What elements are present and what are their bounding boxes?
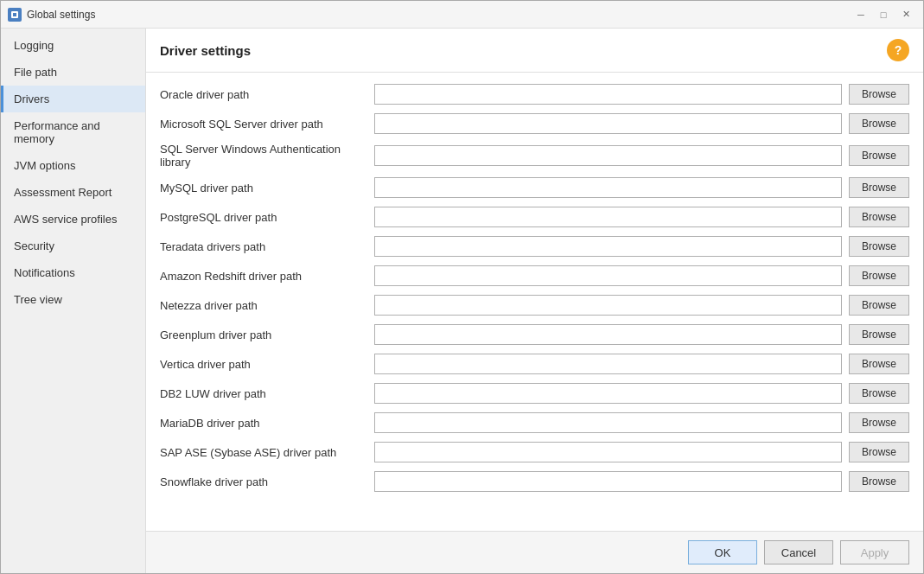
help-icon[interactable]: ?: [887, 39, 909, 61]
driver-list: Oracle driver pathBrowseMicrosoft SQL Se…: [146, 73, 923, 531]
browse-button-sql-windows-auth[interactable]: Browse: [849, 145, 909, 166]
browse-button-mssql[interactable]: Browse: [849, 113, 909, 134]
ok-button[interactable]: OK: [688, 540, 757, 564]
sidebar-item-file-path[interactable]: File path: [1, 59, 145, 86]
driver-label-teradata: Teradata drivers path: [160, 240, 367, 253]
driver-row: Vertica driver pathBrowse: [160, 349, 909, 379]
driver-row: MySQL driver pathBrowse: [160, 173, 909, 202]
driver-input-oracle[interactable]: [374, 84, 842, 105]
browse-button-netezza[interactable]: Browse: [849, 295, 909, 316]
driver-input-greenplum[interactable]: [374, 324, 842, 345]
driver-input-mariadb[interactable]: [374, 412, 842, 433]
sidebar-item-tree-view[interactable]: Tree view: [1, 286, 145, 313]
browse-button-teradata[interactable]: Browse: [849, 236, 909, 257]
browse-button-sapase[interactable]: Browse: [849, 442, 909, 462]
driver-label-netezza: Netezza driver path: [160, 299, 367, 312]
driver-row: PostgreSQL driver pathBrowse: [160, 202, 909, 232]
svg-rect-2: [13, 13, 16, 16]
panel-title: Driver settings: [160, 43, 251, 58]
driver-row: Snowflake driver pathBrowse: [160, 467, 909, 496]
browse-button-mariadb[interactable]: Browse: [849, 412, 909, 433]
driver-row: Teradata drivers pathBrowse: [160, 232, 909, 261]
driver-label-db2luw: DB2 LUW driver path: [160, 387, 367, 400]
sidebar-item-security[interactable]: Security: [1, 233, 145, 259]
browse-button-oracle[interactable]: Browse: [849, 84, 909, 105]
close-button[interactable]: ✕: [895, 6, 916, 23]
driver-row: SQL Server Windows Authentication librar…: [160, 138, 909, 173]
sidebar-item-notifications[interactable]: Notifications: [1, 259, 145, 286]
driver-input-postgresql[interactable]: [374, 207, 842, 227]
driver-row: Microsoft SQL Server driver pathBrowse: [160, 109, 909, 138]
driver-row: Oracle driver pathBrowse: [160, 80, 909, 109]
browse-button-mysql[interactable]: Browse: [849, 177, 909, 198]
driver-label-greenplum: Greenplum driver path: [160, 328, 367, 341]
driver-row: Netezza driver pathBrowse: [160, 290, 909, 320]
driver-input-snowflake[interactable]: [374, 471, 842, 492]
driver-label-postgresql: PostgreSQL driver path: [160, 211, 367, 224]
driver-label-oracle: Oracle driver path: [160, 88, 367, 101]
panel-header: Driver settings ?: [146, 29, 923, 73]
driver-row: Amazon Redshift driver pathBrowse: [160, 261, 909, 290]
sidebar-item-performance-and-memory[interactable]: Performance and memory: [1, 112, 145, 152]
cancel-button[interactable]: Cancel: [764, 540, 833, 564]
window-controls: ─ □ ✕: [851, 6, 916, 23]
browse-button-postgresql[interactable]: Browse: [849, 207, 909, 227]
driver-label-mssql: Microsoft SQL Server driver path: [160, 118, 367, 131]
content-area: LoggingFile pathDriversPerformance and m…: [1, 29, 923, 573]
browse-button-vertica[interactable]: Browse: [849, 354, 909, 374]
browse-button-greenplum[interactable]: Browse: [849, 324, 909, 345]
driver-row: MariaDB driver pathBrowse: [160, 408, 909, 437]
app-icon: [8, 8, 22, 22]
driver-input-vertica[interactable]: [374, 354, 842, 374]
titlebar: Global settings ─ □ ✕: [1, 1, 923, 29]
driver-label-vertica: Vertica driver path: [160, 358, 367, 371]
browse-button-redshift[interactable]: Browse: [849, 265, 909, 286]
driver-label-redshift: Amazon Redshift driver path: [160, 270, 367, 283]
driver-label-sapase: SAP ASE (Sybase ASE) driver path: [160, 446, 367, 459]
driver-input-sql-windows-auth[interactable]: [374, 145, 842, 166]
sidebar-item-jvm-options[interactable]: JVM options: [1, 152, 145, 179]
sidebar-item-logging[interactable]: Logging: [1, 32, 145, 59]
minimize-button[interactable]: ─: [851, 6, 871, 23]
sidebar-item-aws-service-profiles[interactable]: AWS service profiles: [1, 206, 145, 233]
driver-label-sql-windows-auth: SQL Server Windows Authentication librar…: [160, 143, 367, 169]
driver-row: Greenplum driver pathBrowse: [160, 320, 909, 349]
driver-label-mysql: MySQL driver path: [160, 182, 367, 195]
footer: OK Cancel Apply: [146, 531, 923, 573]
window-title: Global settings: [27, 9, 851, 21]
apply-button[interactable]: Apply: [840, 540, 909, 564]
sidebar-item-assessment-report[interactable]: Assessment Report: [1, 179, 145, 206]
driver-label-snowflake: Snowflake driver path: [160, 475, 367, 488]
browse-button-db2luw[interactable]: Browse: [849, 383, 909, 404]
driver-input-teradata[interactable]: [374, 236, 842, 257]
driver-input-db2luw[interactable]: [374, 383, 842, 404]
driver-input-netezza[interactable]: [374, 295, 842, 316]
maximize-button[interactable]: □: [873, 6, 894, 23]
driver-input-redshift[interactable]: [374, 265, 842, 286]
driver-input-mssql[interactable]: [374, 113, 842, 134]
main-panel: Driver settings ? Oracle driver pathBrow…: [146, 29, 923, 573]
driver-row: DB2 LUW driver pathBrowse: [160, 379, 909, 408]
main-window: Global settings ─ □ ✕ LoggingFile pathDr…: [0, 0, 924, 574]
sidebar-item-drivers[interactable]: Drivers: [1, 86, 145, 112]
sidebar: LoggingFile pathDriversPerformance and m…: [1, 29, 146, 573]
driver-input-sapase[interactable]: [374, 442, 842, 462]
driver-label-mariadb: MariaDB driver path: [160, 417, 367, 430]
driver-row: SAP ASE (Sybase ASE) driver pathBrowse: [160, 437, 909, 467]
browse-button-snowflake[interactable]: Browse: [849, 471, 909, 492]
driver-input-mysql[interactable]: [374, 177, 842, 198]
